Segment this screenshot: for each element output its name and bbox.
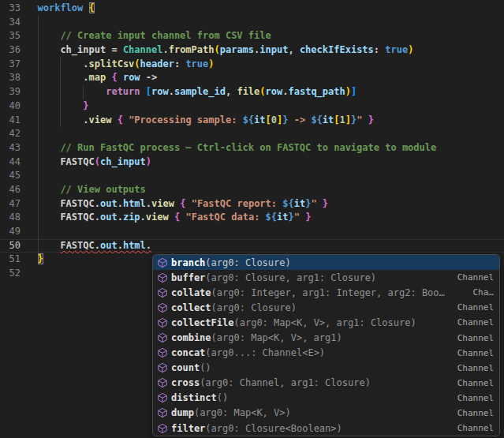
suggest-item-signature: (arg0: Closure<Boolean>) bbox=[205, 423, 342, 434]
suggest-item-signature: (arg0: Channel, arg1: Closure) bbox=[200, 377, 371, 388]
code-token bbox=[38, 100, 84, 111]
code-token: ( bbox=[134, 58, 140, 69]
suggest-item-signature: () bbox=[217, 392, 228, 403]
suggest-item-buffer[interactable]: buffer(arg0: Closure, arg1: Closure)Chan… bbox=[153, 270, 499, 285]
suggest-item-count[interactable]: count()Channel bbox=[153, 361, 499, 376]
indent-guide bbox=[38, 169, 39, 183]
code-text: FASTQC(ch_input) bbox=[38, 155, 152, 170]
code-line[interactable]: 39 return [row.sample_id, file(row.fastq… bbox=[0, 85, 504, 99]
code-line[interactable]: 48 FASTQC.out.zip.view { "FastQC data: $… bbox=[0, 211, 504, 225]
code-line[interactable]: 45 bbox=[0, 169, 504, 183]
line-number: 48 bbox=[0, 211, 21, 225]
suggest-item-return-type: Channel bbox=[451, 272, 494, 283]
code-token: } bbox=[83, 100, 88, 111]
suggest-item-label: dump bbox=[171, 407, 194, 418]
symbol-method-icon bbox=[156, 332, 169, 343]
code-token: . bbox=[146, 240, 151, 251]
code-token: -> bbox=[288, 114, 311, 125]
code-token: out bbox=[100, 240, 118, 251]
code-line[interactable]: 35 // Create input channel from CSV file bbox=[0, 29, 504, 43]
suggest-item-label: buffer bbox=[171, 272, 205, 283]
suggest-item-filter[interactable]: filter(arg0: Closure<Boolean>)Channel bbox=[153, 421, 499, 436]
code-token: ${ bbox=[243, 114, 254, 125]
code-line[interactable]: 42 bbox=[0, 127, 504, 141]
code-line[interactable]: 34 bbox=[0, 16, 504, 30]
suggest-item-return-type: Channel bbox=[451, 333, 494, 343]
code-token bbox=[111, 114, 117, 125]
suggest-item-dump[interactable]: dump(arg0: Map<K, V>)Channel bbox=[153, 406, 499, 421]
code-token: // Run FastQC process – Ctrl-click on FA… bbox=[38, 142, 437, 153]
line-number: 35 bbox=[0, 29, 21, 43]
code-token: { bbox=[111, 72, 117, 83]
line-number: 41 bbox=[0, 114, 21, 128]
suggest-item-collect[interactable]: collect(arg0: Closure)Channel bbox=[153, 300, 499, 315]
suggest-item-label: branch bbox=[171, 257, 205, 268]
code-line[interactable]: 49 bbox=[0, 225, 504, 239]
suggest-item-collate[interactable]: collate(arg0: Integer, arg1: Integer, ar… bbox=[153, 285, 499, 300]
code-token: [ bbox=[266, 114, 271, 125]
code-line[interactable]: 50 FASTQC.out.html. bbox=[0, 239, 504, 253]
code-line[interactable]: 38 .map { row -> bbox=[0, 71, 504, 85]
code-token: " bbox=[311, 198, 316, 209]
code-token: , bbox=[226, 86, 237, 97]
line-number: 52 bbox=[0, 267, 21, 281]
code-token: " bbox=[294, 212, 300, 223]
code-token: . bbox=[38, 58, 89, 69]
line-number: 51 bbox=[0, 253, 21, 267]
code-token: FASTQC bbox=[60, 240, 94, 251]
code-text: workflow { bbox=[38, 2, 95, 16]
code-line[interactable]: 37 .splitCsv(header: true) bbox=[0, 58, 504, 72]
symbol-method-icon bbox=[156, 407, 169, 418]
code-token bbox=[317, 198, 323, 209]
suggest-item-distinct[interactable]: distinct()Channel bbox=[153, 391, 499, 406]
code-token: FASTQC bbox=[38, 198, 95, 209]
code-token: ] bbox=[345, 114, 351, 125]
line-number: 49 bbox=[0, 225, 21, 239]
code-text: FASTQC.out.html. bbox=[38, 239, 152, 253]
line-number: 39 bbox=[0, 85, 21, 99]
code-line[interactable]: 33workflow { bbox=[0, 2, 504, 16]
code-token: . bbox=[162, 44, 168, 55]
suggest-item-combine[interactable]: combine(arg0: Map<K, V>, arg1)Channel bbox=[153, 330, 499, 345]
suggest-item-cross[interactable]: cross(arg0: Channel, arg1: Closure)Chann… bbox=[153, 376, 499, 391]
code-line[interactable]: 46 // View outputs bbox=[0, 183, 504, 197]
code-line[interactable]: 43 // Run FastQC process – Ctrl-click on… bbox=[0, 141, 504, 155]
suggest-item-concat[interactable]: concat(arg0...: Channel<E>)Channel bbox=[153, 346, 499, 361]
suggest-item-return-type: Channel bbox=[451, 302, 494, 313]
line-number: 36 bbox=[0, 43, 21, 58]
code-token: . bbox=[118, 198, 123, 209]
code-line[interactable]: 41 .view { "Processing sample: ${it[0]} … bbox=[0, 114, 504, 128]
symbol-method-icon bbox=[156, 272, 169, 283]
code-line[interactable]: 36 ch_input = Channel.fromPath(params.in… bbox=[0, 43, 504, 58]
code-token: it bbox=[294, 198, 305, 209]
suggest-item-signature: () bbox=[200, 362, 211, 373]
code-token: html bbox=[123, 198, 146, 209]
code-line[interactable]: 40 } bbox=[0, 99, 504, 114]
line-number: 45 bbox=[0, 169, 21, 183]
symbol-method-icon bbox=[156, 362, 169, 373]
suggest-item-branch[interactable]: branch(arg0: Closure) bbox=[153, 255, 499, 270]
symbol-method-icon bbox=[156, 377, 169, 388]
code-text: .view { "Processing sample: ${it[0]} -> … bbox=[38, 114, 374, 128]
code-token: file bbox=[237, 86, 259, 97]
code-line[interactable]: 44 FASTQC(ch_input) bbox=[0, 155, 504, 170]
code-token: } bbox=[305, 212, 311, 223]
code-token: : bbox=[374, 44, 379, 55]
suggest-item-label: count bbox=[171, 362, 200, 373]
suggest-item-return-type: Channel bbox=[451, 423, 494, 433]
suggest-item-label: combine bbox=[171, 332, 211, 343]
code-token: ch_input bbox=[100, 156, 146, 167]
code-token: ) bbox=[146, 156, 151, 167]
symbol-method-icon bbox=[156, 302, 169, 313]
indent-guide bbox=[38, 127, 39, 141]
code-token: . bbox=[140, 212, 146, 223]
code-token: it bbox=[277, 212, 288, 223]
suggest-item-signature: (arg0: Closure) bbox=[211, 302, 297, 313]
suggest-item-label: collectFile bbox=[171, 317, 233, 328]
code-line[interactable]: 47 FASTQC.out.html.view { "FastQC report… bbox=[0, 197, 504, 212]
code-token: } bbox=[368, 114, 374, 125]
suggest-item-collectFile[interactable]: collectFile(arg0: Map<K, V>, arg1: Closu… bbox=[153, 315, 499, 330]
code-editor: 33workflow {3435 // Create input channel… bbox=[0, 0, 504, 438]
code-token: "FastQC report: bbox=[192, 198, 283, 209]
code-token: out bbox=[100, 212, 118, 223]
